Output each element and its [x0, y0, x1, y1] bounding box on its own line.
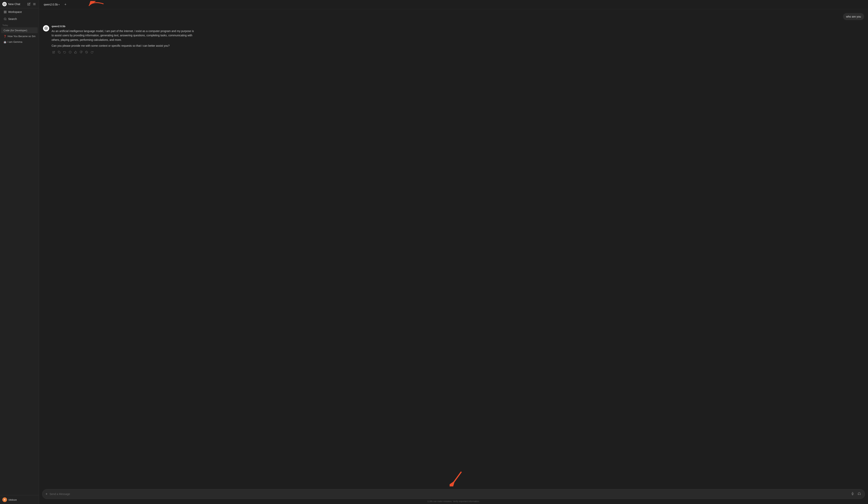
- edit-button[interactable]: [52, 50, 56, 54]
- refresh-button[interactable]: [90, 50, 94, 54]
- sidebar-item-workspace[interactable]: Workspace: [1, 9, 38, 15]
- section-today: Today: [0, 22, 39, 27]
- bottom-bar: + LLMs can make mistakes. Verify importa…: [39, 487, 868, 504]
- svg-point-13: [45, 28, 46, 29]
- svg-rect-8: [4, 12, 5, 13]
- user-message-wrap: who are you: [43, 13, 864, 20]
- ai-message-wrap: qwen2:0.5b As an artificial intelligence…: [43, 25, 195, 54]
- ai-response-text: As an artificial intelligence language m…: [52, 29, 195, 48]
- chat-area: who are you qwen2:0.5b As an artificial …: [39, 9, 868, 487]
- sidebar-chat-item-gemma[interactable]: 🤖 I am Gemma: [1, 39, 38, 44]
- input-row: +: [42, 489, 865, 499]
- compose-button[interactable]: [27, 2, 31, 6]
- chat-emoji-how: ❓: [3, 35, 7, 38]
- chat-label-gemma: 🤖 I am Gemma: [3, 40, 35, 43]
- chat-label-how: ❓ How You Became so Smart? Co: [3, 35, 35, 38]
- workspace-icon: [3, 10, 7, 13]
- search-icon: [3, 17, 7, 21]
- chat-label-gemma-text: I am Gemma: [8, 40, 22, 43]
- info-button[interactable]: [68, 50, 72, 54]
- svg-line-19: [86, 51, 87, 53]
- disclaimer-text: LLMs can make mistakes. Verify important…: [42, 500, 865, 502]
- sidebar-chat-item-how-you[interactable]: ❓ How You Became so Smart? Co: [1, 34, 38, 39]
- sidebar: New Chat: [0, 0, 39, 504]
- rewind-button[interactable]: [62, 50, 67, 54]
- sidebar-chat-item-code-dev[interactable]: Code (for Developer) ···: [1, 27, 38, 33]
- svg-point-1: [4, 4, 5, 4]
- ai-avatar: [43, 25, 49, 31]
- sidebar-header-icons: [27, 2, 37, 6]
- app-logo-icon: [2, 2, 7, 6]
- user-message-text: who are you: [846, 15, 861, 18]
- user-bubble: who are you: [843, 13, 864, 20]
- model-name-label: qwen2:0.5b: [44, 3, 58, 6]
- ai-paragraph-1: As an artificial intelligence language m…: [52, 29, 195, 42]
- sidebar-item-search[interactable]: Search: [1, 16, 38, 22]
- chat-label-how-text: How You Became so Smart? Co: [8, 35, 35, 38]
- flag-button[interactable]: [84, 50, 89, 54]
- new-chat-label: New Chat: [8, 2, 20, 6]
- chat-emoji-gemma: 🤖: [3, 41, 7, 43]
- svg-point-9: [4, 18, 6, 20]
- thumbs-down-button[interactable]: [79, 50, 83, 54]
- svg-rect-6: [5, 11, 6, 11]
- mic-button[interactable]: [850, 491, 855, 497]
- sidebar-footer[interactable]: b bitdoze: [0, 495, 39, 504]
- ai-model-name: qwen2:0.5b: [52, 25, 195, 28]
- chevron-down-icon: ▾: [59, 3, 60, 6]
- thumbs-up-button[interactable]: [73, 50, 78, 54]
- model-selector-button[interactable]: qwen2:0.5b ▾: [42, 2, 61, 7]
- svg-line-10: [6, 20, 6, 20]
- menu-button[interactable]: [32, 2, 37, 6]
- new-chat-row: New Chat: [2, 2, 20, 6]
- message-input[interactable]: [50, 493, 848, 496]
- user-name: bitdoze: [9, 498, 17, 501]
- svg-rect-14: [59, 52, 60, 53]
- sidebar-header: New Chat: [0, 0, 39, 8]
- svg-rect-5: [4, 11, 5, 11]
- chat-label-code: Code (for Developer): [3, 29, 33, 32]
- topbar: qwen2:0.5b ▾ +: [39, 0, 868, 9]
- ai-paragraph-2: Can you please provide me with some cont…: [52, 43, 195, 48]
- headphones-button[interactable]: [857, 491, 861, 497]
- ai-content: qwen2:0.5b As an artificial intelligence…: [52, 25, 195, 54]
- add-model-button[interactable]: +: [63, 2, 68, 7]
- workspace-label: Workspace: [8, 10, 22, 13]
- ai-action-buttons: [52, 50, 195, 54]
- search-label: Search: [8, 17, 17, 21]
- user-avatar: b: [2, 497, 7, 502]
- attach-icon[interactable]: +: [45, 492, 48, 496]
- main-content: qwen2:0.5b ▾ + who are you: [39, 0, 868, 504]
- chat-label-code-text: Code (for Developer): [3, 29, 27, 32]
- svg-rect-7: [5, 12, 6, 13]
- copy-button[interactable]: [57, 50, 61, 54]
